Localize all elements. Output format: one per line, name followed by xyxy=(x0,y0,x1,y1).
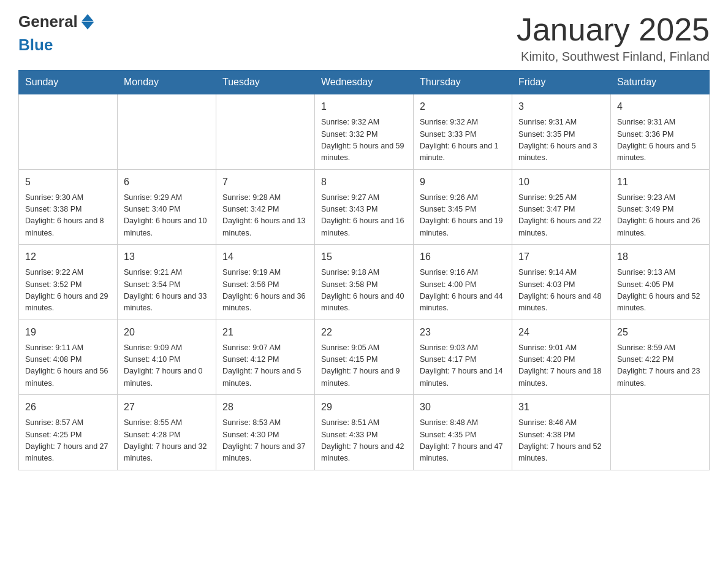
page-header: General Blue January 2025 Kimito, Southw… xyxy=(18,12,710,64)
day-number: 31 xyxy=(518,400,604,415)
day-info: Sunrise: 9:32 AM Sunset: 3:33 PM Dayligh… xyxy=(420,117,506,164)
calendar-cell: 7Sunrise: 9:28 AM Sunset: 3:42 PM Daylig… xyxy=(216,169,315,245)
calendar-cell: 24Sunrise: 9:01 AM Sunset: 4:20 PM Dayli… xyxy=(512,320,611,395)
day-info: Sunrise: 9:31 AM Sunset: 3:36 PM Dayligh… xyxy=(617,117,703,164)
day-number: 27 xyxy=(124,400,210,415)
day-info: Sunrise: 8:46 AM Sunset: 4:38 PM Dayligh… xyxy=(518,417,604,465)
day-info: Sunrise: 9:07 AM Sunset: 4:12 PM Dayligh… xyxy=(222,342,308,390)
day-number: 3 xyxy=(518,99,604,114)
logo-text-blue: Blue xyxy=(18,36,53,54)
calendar-cell: 21Sunrise: 9:07 AM Sunset: 4:12 PM Dayli… xyxy=(216,320,315,395)
calendar-cell xyxy=(216,94,315,170)
day-number: 28 xyxy=(222,400,308,415)
day-number: 20 xyxy=(124,325,210,340)
day-number: 17 xyxy=(518,250,604,264)
day-number: 25 xyxy=(617,325,703,340)
week-row-2: 5Sunrise: 9:30 AM Sunset: 3:38 PM Daylig… xyxy=(19,169,710,245)
day-number: 29 xyxy=(321,400,407,415)
day-info: Sunrise: 8:57 AM Sunset: 4:25 PM Dayligh… xyxy=(25,417,111,465)
day-number: 22 xyxy=(321,325,407,340)
week-row-1: 1Sunrise: 9:32 AM Sunset: 3:32 PM Daylig… xyxy=(19,94,710,170)
calendar-cell: 5Sunrise: 9:30 AM Sunset: 3:38 PM Daylig… xyxy=(19,169,118,245)
day-number: 2 xyxy=(420,99,506,114)
day-number: 15 xyxy=(321,250,407,264)
day-number: 13 xyxy=(124,250,210,264)
day-info: Sunrise: 9:16 AM Sunset: 4:00 PM Dayligh… xyxy=(420,267,506,315)
day-info: Sunrise: 8:53 AM Sunset: 4:30 PM Dayligh… xyxy=(222,417,308,465)
day-number: 1 xyxy=(321,99,407,114)
day-number: 6 xyxy=(124,175,210,190)
calendar-title: January 2025 xyxy=(517,12,710,47)
calendar-cell: 2Sunrise: 9:32 AM Sunset: 3:33 PM Daylig… xyxy=(414,94,512,170)
day-number: 7 xyxy=(222,175,308,190)
day-number: 4 xyxy=(617,99,703,114)
day-info: Sunrise: 9:05 AM Sunset: 4:15 PM Dayligh… xyxy=(321,342,407,390)
logo-triangle-down-icon xyxy=(82,22,94,29)
day-info: Sunrise: 9:14 AM Sunset: 4:03 PM Dayligh… xyxy=(518,267,604,315)
calendar-cell: 22Sunrise: 9:05 AM Sunset: 4:15 PM Dayli… xyxy=(315,320,414,395)
calendar-cell: 9Sunrise: 9:26 AM Sunset: 3:45 PM Daylig… xyxy=(414,169,512,245)
day-number: 8 xyxy=(321,175,407,190)
day-info: Sunrise: 9:25 AM Sunset: 3:47 PM Dayligh… xyxy=(518,192,604,240)
day-number: 18 xyxy=(617,250,703,264)
day-info: Sunrise: 9:29 AM Sunset: 3:40 PM Dayligh… xyxy=(124,192,210,240)
day-info: Sunrise: 9:27 AM Sunset: 3:43 PM Dayligh… xyxy=(321,192,407,240)
header-day-friday: Friday xyxy=(512,71,611,94)
day-info: Sunrise: 8:55 AM Sunset: 4:28 PM Dayligh… xyxy=(124,417,210,465)
calendar-cell: 1Sunrise: 9:32 AM Sunset: 3:32 PM Daylig… xyxy=(315,94,414,170)
day-info: Sunrise: 9:09 AM Sunset: 4:10 PM Dayligh… xyxy=(124,342,210,390)
day-info: Sunrise: 9:03 AM Sunset: 4:17 PM Dayligh… xyxy=(420,342,506,390)
day-info: Sunrise: 9:01 AM Sunset: 4:20 PM Dayligh… xyxy=(518,342,604,390)
calendar-cell: 28Sunrise: 8:53 AM Sunset: 4:30 PM Dayli… xyxy=(216,395,315,470)
day-number: 30 xyxy=(420,400,506,415)
day-number: 21 xyxy=(222,325,308,340)
calendar-cell: 17Sunrise: 9:14 AM Sunset: 4:03 PM Dayli… xyxy=(512,245,611,320)
calendar-cell: 23Sunrise: 9:03 AM Sunset: 4:17 PM Dayli… xyxy=(414,320,512,395)
header-day-saturday: Saturday xyxy=(611,71,710,94)
day-number: 5 xyxy=(25,175,111,190)
day-info: Sunrise: 8:51 AM Sunset: 4:33 PM Dayligh… xyxy=(321,417,407,465)
calendar-cell xyxy=(118,94,216,170)
day-number: 9 xyxy=(420,175,506,190)
day-info: Sunrise: 9:21 AM Sunset: 3:54 PM Dayligh… xyxy=(124,267,210,315)
header-day-wednesday: Wednesday xyxy=(315,71,414,94)
calendar-cell: 25Sunrise: 8:59 AM Sunset: 4:22 PM Dayli… xyxy=(611,320,710,395)
calendar-cell: 8Sunrise: 9:27 AM Sunset: 3:43 PM Daylig… xyxy=(315,169,414,245)
day-number: 10 xyxy=(518,175,604,190)
calendar-cell: 30Sunrise: 8:48 AM Sunset: 4:35 PM Dayli… xyxy=(414,395,512,470)
day-number: 19 xyxy=(25,325,111,340)
day-info: Sunrise: 9:32 AM Sunset: 3:32 PM Dayligh… xyxy=(321,117,407,164)
day-info: Sunrise: 9:28 AM Sunset: 3:42 PM Dayligh… xyxy=(222,192,308,240)
header-day-tuesday: Tuesday xyxy=(216,71,315,94)
day-info: Sunrise: 9:31 AM Sunset: 3:35 PM Dayligh… xyxy=(518,117,604,164)
day-number: 11 xyxy=(617,175,703,190)
day-info: Sunrise: 8:59 AM Sunset: 4:22 PM Dayligh… xyxy=(617,342,703,390)
day-info: Sunrise: 9:26 AM Sunset: 3:45 PM Dayligh… xyxy=(420,192,506,240)
calendar-cell: 26Sunrise: 8:57 AM Sunset: 4:25 PM Dayli… xyxy=(19,395,118,470)
calendar-cell: 12Sunrise: 9:22 AM Sunset: 3:52 PM Dayli… xyxy=(19,245,118,320)
calendar-cell: 19Sunrise: 9:11 AM Sunset: 4:08 PM Dayli… xyxy=(19,320,118,395)
day-info: Sunrise: 9:23 AM Sunset: 3:49 PM Dayligh… xyxy=(617,192,703,240)
calendar-cell: 15Sunrise: 9:18 AM Sunset: 3:58 PM Dayli… xyxy=(315,245,414,320)
day-info: Sunrise: 8:48 AM Sunset: 4:35 PM Dayligh… xyxy=(420,417,506,465)
calendar-cell: 29Sunrise: 8:51 AM Sunset: 4:33 PM Dayli… xyxy=(315,395,414,470)
logo-triangle-up-icon xyxy=(82,14,94,21)
day-number: 26 xyxy=(25,400,111,415)
week-row-3: 12Sunrise: 9:22 AM Sunset: 3:52 PM Dayli… xyxy=(19,245,710,320)
day-info: Sunrise: 9:11 AM Sunset: 4:08 PM Dayligh… xyxy=(25,342,111,390)
calendar-cell: 16Sunrise: 9:16 AM Sunset: 4:00 PM Dayli… xyxy=(414,245,512,320)
day-info: Sunrise: 9:22 AM Sunset: 3:52 PM Dayligh… xyxy=(25,267,111,315)
calendar-cell: 3Sunrise: 9:31 AM Sunset: 3:35 PM Daylig… xyxy=(512,94,611,170)
header-day-monday: Monday xyxy=(118,71,216,94)
calendar-cell: 6Sunrise: 9:29 AM Sunset: 3:40 PM Daylig… xyxy=(118,169,216,245)
day-info: Sunrise: 9:19 AM Sunset: 3:56 PM Dayligh… xyxy=(222,267,308,315)
calendar-table: SundayMondayTuesdayWednesdayThursdayFrid… xyxy=(18,70,710,470)
calendar-cell xyxy=(611,395,710,470)
title-block: January 2025 Kimito, Southwest Finland, … xyxy=(517,12,710,64)
calendar-cell xyxy=(19,94,118,170)
week-row-4: 19Sunrise: 9:11 AM Sunset: 4:08 PM Dayli… xyxy=(19,320,710,395)
week-row-5: 26Sunrise: 8:57 AM Sunset: 4:25 PM Dayli… xyxy=(19,395,710,470)
calendar-cell: 20Sunrise: 9:09 AM Sunset: 4:10 PM Dayli… xyxy=(118,320,216,395)
logo-text-general: General xyxy=(18,12,78,31)
header-row: SundayMondayTuesdayWednesdayThursdayFrid… xyxy=(19,71,710,94)
